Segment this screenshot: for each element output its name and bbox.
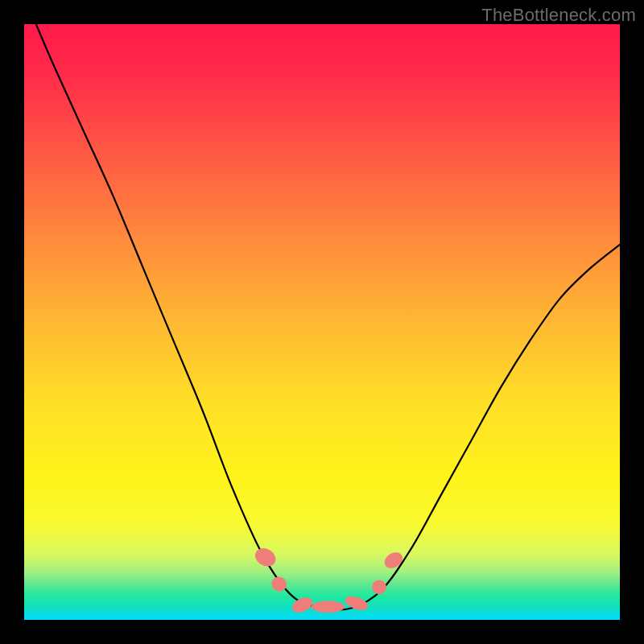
chart-frame: TheBottleneck.com — [0, 0, 644, 644]
curve-marker — [382, 549, 405, 572]
curve-marker — [269, 574, 290, 595]
watermark-label: TheBottleneck.com — [481, 5, 636, 26]
curve-marker — [252, 545, 279, 570]
curve-marker — [290, 594, 315, 615]
curve-marker — [312, 601, 345, 613]
curve-layer — [24, 24, 620, 620]
curve-markers — [252, 545, 406, 616]
curve-marker — [343, 593, 369, 613]
curve-marker — [369, 577, 389, 597]
plot-area — [24, 24, 620, 620]
bottleneck-curve — [36, 24, 620, 610]
